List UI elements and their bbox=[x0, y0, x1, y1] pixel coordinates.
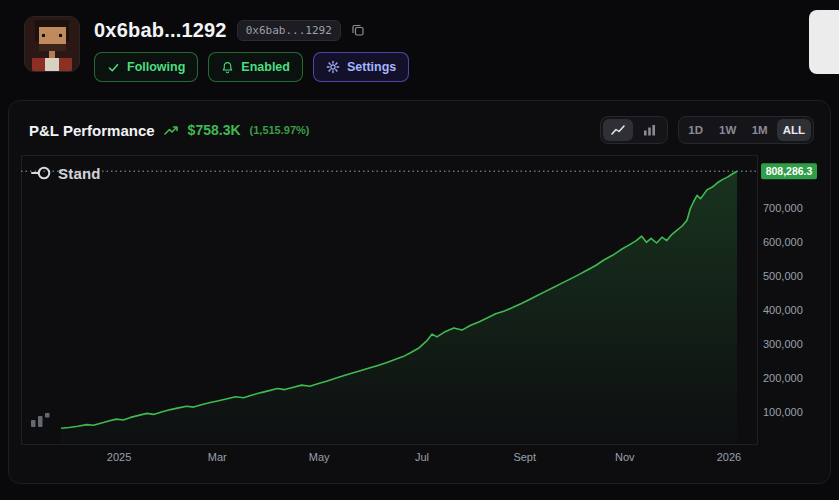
pnl-summary: P&L Performance $758.3K (1,515.97%) bbox=[29, 122, 309, 139]
chart-type-toggle bbox=[600, 116, 668, 144]
svg-text:100,000: 100,000 bbox=[763, 406, 803, 418]
avatar-pixel-art bbox=[25, 17, 79, 71]
bar-chart-toggle-button[interactable] bbox=[635, 119, 665, 141]
pnl-value: $758.3K bbox=[188, 122, 241, 138]
svg-text:808,286.3: 808,286.3 bbox=[766, 165, 813, 177]
svg-text:500,000: 500,000 bbox=[763, 270, 803, 282]
line-chart-toggle-button[interactable] bbox=[603, 119, 633, 141]
svg-text:Mar: Mar bbox=[208, 451, 227, 463]
svg-text:May: May bbox=[309, 451, 330, 463]
trend-up-icon bbox=[164, 125, 179, 136]
svg-text:Sept: Sept bbox=[513, 451, 536, 463]
chart-controls: 1D 1W 1M ALL bbox=[600, 116, 814, 144]
line-chart-icon bbox=[611, 124, 625, 136]
avatar bbox=[24, 16, 80, 72]
bell-icon bbox=[221, 61, 234, 74]
enabled-button-label: Enabled bbox=[241, 60, 290, 74]
overlay-panel-edge[interactable] bbox=[809, 10, 839, 74]
address-badge: 0x6bab...1292 bbox=[237, 20, 341, 41]
svg-text:2025: 2025 bbox=[107, 451, 131, 463]
svg-text:700,000: 700,000 bbox=[763, 202, 803, 214]
settings-button[interactable]: Settings bbox=[313, 52, 409, 82]
check-icon bbox=[107, 61, 120, 74]
action-buttons: Following Enabled bbox=[94, 52, 409, 82]
timeframe-1w-button[interactable]: 1W bbox=[713, 119, 743, 141]
profile-header: 0x6bab...1292 0x6bab...1292 Following bbox=[0, 0, 839, 90]
bar-chart-icon bbox=[643, 124, 656, 136]
svg-text:Jul: Jul bbox=[415, 451, 429, 463]
tradingview-logo[interactable] bbox=[31, 413, 55, 431]
gear-icon bbox=[326, 60, 340, 74]
following-button[interactable]: Following bbox=[94, 52, 198, 82]
copy-icon bbox=[351, 23, 365, 37]
timeframe-all-button[interactable]: ALL bbox=[777, 119, 811, 141]
timeframe-1d-button[interactable]: 1D bbox=[681, 119, 711, 141]
address-badge-text: 0x6bab...1292 bbox=[246, 24, 332, 37]
timeframe-1m-button[interactable]: 1M bbox=[745, 119, 775, 141]
svg-text:200,000: 200,000 bbox=[763, 372, 803, 384]
timeframe-selector: 1D 1W 1M ALL bbox=[678, 116, 814, 144]
tradingview-logo-icon bbox=[31, 413, 55, 427]
svg-text:Nov: Nov bbox=[615, 451, 635, 463]
pnl-chart[interactable]: 100,000200,000300,000400,000500,000600,0… bbox=[21, 155, 818, 473]
pnl-percent: (1,515.97%) bbox=[250, 124, 310, 136]
pnl-chart-svg[interactable]: 100,000200,000300,000400,000500,000600,0… bbox=[21, 155, 818, 473]
alerts-enabled-button[interactable]: Enabled bbox=[208, 52, 303, 82]
svg-text:600,000: 600,000 bbox=[763, 236, 803, 248]
card-header: P&L Performance $758.3K (1,515.97%) bbox=[9, 101, 830, 155]
title-row: 0x6bab...1292 0x6bab...1292 bbox=[94, 16, 409, 44]
page-title: 0x6bab...1292 bbox=[94, 19, 227, 42]
svg-text:300,000: 300,000 bbox=[763, 338, 803, 350]
svg-text:400,000: 400,000 bbox=[763, 304, 803, 316]
svg-text:2026: 2026 bbox=[717, 451, 741, 463]
pnl-performance-card: P&L Performance $758.3K (1,515.97%) bbox=[8, 100, 831, 484]
copy-address-button[interactable] bbox=[351, 23, 365, 37]
settings-button-label: Settings bbox=[347, 60, 396, 74]
card-title: P&L Performance bbox=[29, 122, 155, 139]
following-button-label: Following bbox=[127, 60, 185, 74]
